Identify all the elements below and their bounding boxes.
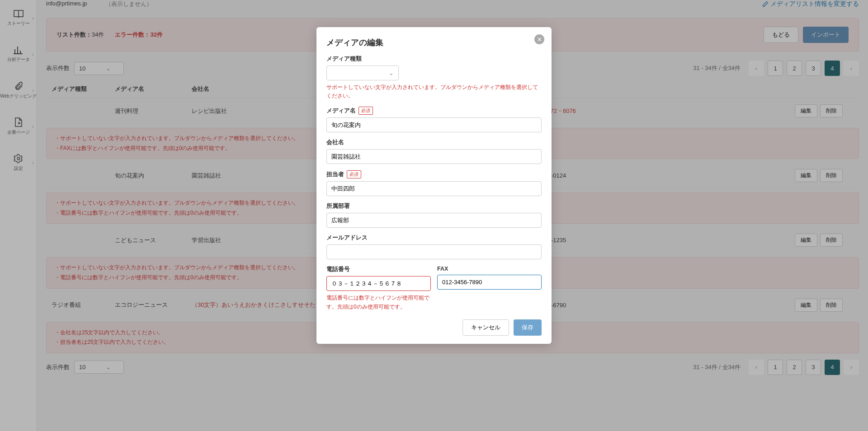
media-name-input[interactable] <box>326 117 542 132</box>
person-input[interactable] <box>326 181 542 196</box>
phone-input[interactable] <box>326 276 431 291</box>
company-input[interactable] <box>326 149 542 164</box>
close-icon: ✕ <box>537 36 542 43</box>
field-media-type: メディア種類 ⌄ サポートしていない文字が入力されています。プルダウンからメディ… <box>326 55 542 100</box>
save-button[interactable]: 保存 <box>514 319 542 336</box>
label-person: 担当者 <box>326 171 344 178</box>
label-media-type: メディア種類 <box>326 55 542 63</box>
modal-close-button[interactable]: ✕ <box>534 34 544 44</box>
dept-input[interactable] <box>326 213 542 228</box>
edit-media-modal: ✕ メディアの編集 メディア種類 ⌄ サポートしていない文字が入力されています。… <box>316 27 552 344</box>
media-type-select[interactable]: ⌄ <box>326 66 399 80</box>
required-badge: 必須 <box>347 170 361 178</box>
label-phone: 電話番号 <box>326 266 431 273</box>
modal-overlay: ✕ メディアの編集 メディア種類 ⌄ サポートしていない文字が入力されています。… <box>0 0 868 398</box>
fax-input[interactable] <box>437 275 542 290</box>
error-media-type: サポートしていない文字が入力されています。プルダウンからメディア種類を選択してく… <box>326 83 542 100</box>
label-company: 会社名 <box>326 139 542 146</box>
field-phone: 電話番号 電話番号には数字とハイフンが使用可能です。先頭は0のみ使用可能です。 <box>326 266 431 311</box>
label-dept: 所属部署 <box>326 202 542 210</box>
field-media-name: メディア名 必須 <box>326 107 542 132</box>
field-company: 会社名 <box>326 139 542 164</box>
required-badge: 必須 <box>359 107 373 115</box>
label-fax: FAX <box>437 266 542 272</box>
field-person: 担当者 必須 <box>326 170 542 196</box>
chevron-down-icon: ⌄ <box>389 70 394 76</box>
email-input[interactable] <box>326 244 542 259</box>
field-email: メールアドレス <box>326 234 542 259</box>
label-media-name: メディア名 <box>326 107 356 115</box>
modal-actions: キャンセル 保存 <box>326 319 542 336</box>
cancel-button[interactable]: キャンセル <box>462 319 509 336</box>
modal-title: メディアの編集 <box>326 37 542 48</box>
field-dept: 所属部署 <box>326 202 542 228</box>
error-phone: 電話番号には数字とハイフンが使用可能です。先頭は0のみ使用可能です。 <box>326 294 431 311</box>
label-email: メールアドレス <box>326 234 542 242</box>
field-fax: FAX <box>437 266 542 311</box>
